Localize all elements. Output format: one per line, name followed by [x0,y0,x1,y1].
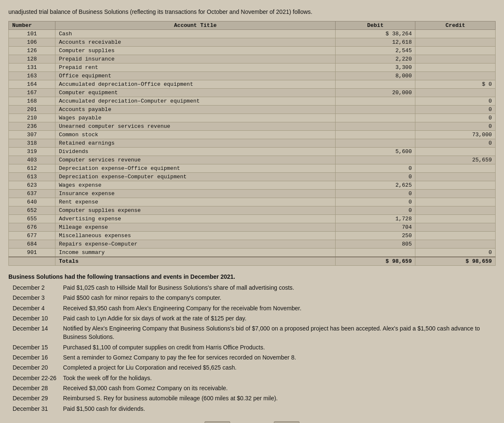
cell-title: Unearned computer services revenue [55,122,336,131]
table-row: 168Accumulated depreciation–Computer equ… [9,97,496,106]
cell-credit [415,89,496,97]
table-row: 318Retained earnings0 [9,139,496,148]
transaction-item: December 29Reimbursed S. Rey for busines… [13,394,496,402]
header-number: Number [9,21,55,30]
table-row: 319Dividends5,600 [9,148,496,156]
cell-number: 167 [9,89,55,97]
cell-number: 201 [9,106,55,114]
cell-totals-credit: $ 98,659 [415,257,496,266]
transaction-item: December 31Paid $1,500 cash for dividend… [13,404,496,413]
cell-number: 236 [9,122,55,131]
cell-credit: 73,000 [415,131,496,139]
transactions-title: Business Solutions had the following tra… [8,273,496,280]
table-row: 684Repairs expense–Computer805 [9,240,496,249]
cell-credit [415,190,496,198]
cell-title: Computer equipment [55,89,336,97]
cell-debit: 8,000 [335,72,415,80]
cell-number: 164 [9,80,55,89]
transaction-date: December 3 [13,293,63,302]
cell-number: 106 [9,38,55,47]
table-row: 128Prepaid insurance2,220 [9,55,496,63]
transaction-date: December 4 [13,304,63,312]
cell-debit: 2,220 [335,55,415,63]
cell-credit [415,240,496,249]
cell-credit [415,148,496,156]
cell-credit: 0 [415,139,496,148]
transaction-date: December 15 [13,343,63,352]
transactions-section: Business Solutions had the following tra… [8,273,496,413]
transaction-text: Notified by Alex's Engineering Company t… [63,324,496,341]
cell-number: 901 [9,249,55,257]
transaction-text: Took the week off for the holidays. [63,374,496,382]
table-row: 676Mileage expense704 [9,223,496,232]
table-row: 613Depreciation expense–Computer equipme… [9,173,496,181]
prev-button[interactable]: Prev [205,421,230,423]
cell-number: 612 [9,164,55,173]
cell-totals-label: Totals [55,257,336,266]
transaction-text: Paid $1,500 cash for dividends. [63,404,496,413]
transaction-date: December 10 [13,314,63,323]
table-row: 101Cash$ 38,264 [9,30,496,38]
cell-debit [335,80,415,89]
table-row: 131Prepaid rent3,300 [9,63,496,72]
cell-credit [415,47,496,55]
next-button[interactable]: Next [274,421,299,423]
cell-title: Repairs expense–Computer [55,240,336,249]
transaction-list: December 2Paid $1,025 cash to Hillside M… [13,283,496,413]
cell-credit [415,38,496,47]
cell-credit [415,206,496,215]
trial-balance-table: Number Account Title Debit Credit 101Cas… [8,21,496,266]
cell-title: Computer supplies [55,47,336,55]
cell-number: 168 [9,97,55,106]
transaction-item: December 3Paid $500 cash for minor repai… [13,293,496,302]
transaction-item: December 4Received $3,950 cash from Alex… [13,304,496,312]
transaction-text: Completed a project for Liu Corporation … [63,363,496,372]
cell-debit [335,122,415,131]
table-row: 210Wages payable0 [9,114,496,122]
cell-debit [335,114,415,122]
cell-debit: $ 38,264 [335,30,415,38]
cell-debit: 5,600 [335,148,415,156]
cell-title: Dividends [55,148,336,156]
cell-title: Depreciation expense–Computer equipment [55,173,336,181]
cell-title: Accounts payable [55,106,336,114]
cell-debit [335,97,415,106]
transaction-item: December 28Received $3,000 cash from Gom… [13,384,496,392]
cell-number: 319 [9,148,55,156]
transaction-item: December 15Purchased $1,100 of computer … [13,343,496,352]
cell-title: Retained earnings [55,139,336,148]
cell-title: Accumulated depreciation–Office equipmen… [55,80,336,89]
transaction-item: December 20Completed a project for Liu C… [13,363,496,372]
cell-number: 101 [9,30,55,38]
cell-debit [335,106,415,114]
cell-number: 677 [9,232,55,240]
cell-credit: $ 0 [415,80,496,89]
transaction-date: December 16 [13,353,63,362]
cell-credit: 25,659 [415,156,496,164]
cell-number: 613 [9,173,55,181]
cell-title: Miscellaneous expenses [55,232,336,240]
cell-title: Office equipment [55,72,336,80]
table-row: 612Depreciation expense–Office equipment… [9,164,496,173]
cell-credit [415,164,496,173]
cell-debit: 3,300 [335,63,415,72]
cell-title: Advertising expense [55,215,336,223]
cell-title: Mileage expense [55,223,336,232]
cell-number: 163 [9,72,55,80]
cell-debit: 2,625 [335,181,415,190]
transaction-date: December 20 [13,363,63,372]
cell-debit: 0 [335,206,415,215]
cell-number: 623 [9,181,55,190]
transaction-date: December 14 [13,324,63,341]
cell-title: Prepaid rent [55,63,336,72]
cell-title: Prepaid insurance [55,55,336,63]
header-debit: Debit [335,21,415,30]
transaction-text: Purchased $1,100 of computer supplies on… [63,343,496,352]
table-row: 236Unearned computer services revenue0 [9,122,496,131]
page-container: unadjusted trial balance of Business Sol… [8,8,496,423]
transaction-text: Received $3,000 cash from Gomez Company … [63,384,496,392]
cell-debit [335,131,415,139]
table-row: 163Office equipment8,000 [9,72,496,80]
transaction-text: Reimbursed S. Rey for business automobil… [63,394,496,402]
table-row: 164Accumulated depreciation–Office equip… [9,80,496,89]
